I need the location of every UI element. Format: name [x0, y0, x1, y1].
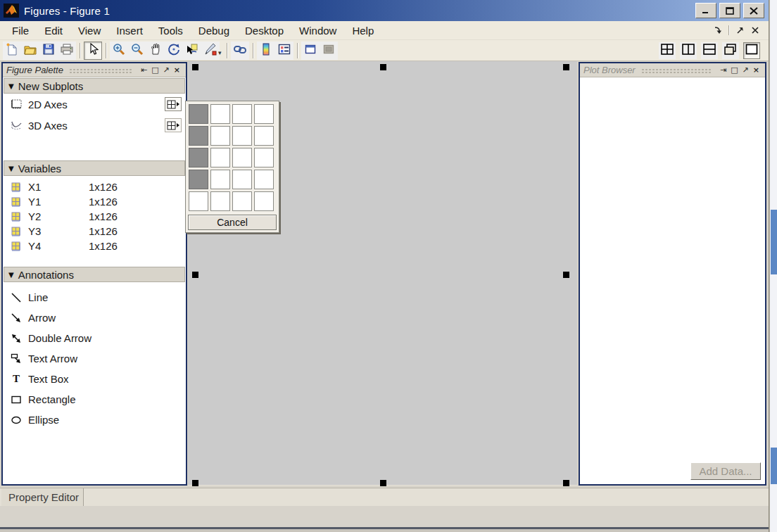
selection-handle-top-center[interactable]: [380, 64, 386, 70]
menu-file[interactable]: File: [4, 23, 37, 39]
grid-cell-r4c1[interactable]: [189, 170, 208, 189]
grid-cell-r3c2[interactable]: [210, 148, 230, 167]
annotation-item-text-box[interactable]: T Text Box: [3, 369, 186, 389]
save-button[interactable]: [39, 42, 58, 60]
grid-cell-r3c4[interactable]: [254, 148, 274, 167]
selection-handle-bottom-right[interactable]: [563, 480, 569, 486]
zoom-out-button[interactable]: [128, 42, 146, 60]
dock-left-icon[interactable]: ⇤: [139, 66, 149, 74]
layout-vertical-split-button[interactable]: [680, 42, 697, 59]
menu-insert[interactable]: Insert: [108, 23, 151, 39]
layout-horizontal-split-button[interactable]: [701, 42, 718, 59]
section-variables[interactable]: ▼ Variables: [4, 160, 185, 176]
layout-grid-button[interactable]: [659, 42, 676, 59]
undock-panel-icon[interactable]: ↗: [740, 66, 751, 74]
grid-cell-r4c2[interactable]: [210, 170, 230, 189]
3d-axes-grid-button[interactable]: [165, 118, 182, 132]
selection-handle-mid-left[interactable]: [192, 272, 198, 278]
grid-cell-r5c2[interactable]: [210, 191, 230, 211]
close-button[interactable]: [743, 3, 764, 18]
annotation-item-rectangle[interactable]: Rectangle: [3, 389, 186, 410]
annotation-item-line[interactable]: Line: [3, 287, 186, 308]
grid-cell-r1c3[interactable]: [232, 104, 252, 124]
close-panel-icon[interactable]: ×: [751, 66, 762, 74]
add-data-button[interactable]: Add Data...: [690, 462, 761, 480]
figure-palette-header[interactable]: Figure Palette ⇤ □ ↗ ×: [3, 63, 186, 77]
grid-cell-r4c4[interactable]: [254, 170, 274, 189]
grid-cell-r2c4[interactable]: [254, 126, 274, 146]
property-editor-tab[interactable]: Property Editor: [1, 488, 84, 507]
insert-legend-button[interactable]: [275, 42, 293, 60]
variable-row-y2[interactable]: Y2 1x126: [3, 209, 186, 224]
menu-edit[interactable]: Edit: [37, 23, 70, 39]
layout-cascade-button[interactable]: [722, 42, 739, 59]
new-figure-button[interactable]: [3, 42, 21, 60]
grid-cell-r5c3[interactable]: [232, 191, 252, 211]
selection-handle-top-left[interactable]: [192, 64, 198, 70]
annotation-item-double-arrow[interactable]: Double Arrow: [3, 328, 186, 348]
selection-handle-bottom-center[interactable]: [380, 480, 386, 486]
caret-down-icon[interactable]: ▾: [218, 49, 222, 56]
layout-single-button[interactable]: [743, 42, 760, 59]
maximize-panel-icon[interactable]: □: [728, 66, 740, 74]
undock-icon[interactable]: [735, 25, 745, 35]
show-plot-tools-button[interactable]: [320, 42, 338, 60]
titlebar[interactable]: Figures - Figure 1: [0, 0, 769, 21]
pan-button[interactable]: [146, 42, 165, 60]
hide-plot-tools-button[interactable]: [301, 42, 320, 60]
menu-tools[interactable]: Tools: [151, 23, 191, 39]
grid-cell-r5c4[interactable]: [254, 191, 274, 211]
variable-row-y1[interactable]: Y1 1x126: [3, 194, 186, 209]
menu-help[interactable]: Help: [344, 23, 381, 39]
grid-cell-r2c1[interactable]: [189, 126, 208, 146]
annotation-item-text-arrow[interactable]: Text Arrow: [3, 348, 186, 369]
grid-cell-r3c3[interactable]: [232, 148, 252, 167]
selection-handle-bottom-left[interactable]: [192, 480, 198, 486]
annotation-label: Rectangle: [28, 393, 76, 405]
grid-cell-r1c4[interactable]: [254, 104, 274, 124]
annotation-item-ellipse[interactable]: Ellipse: [3, 410, 186, 430]
dock-right-icon[interactable]: ⇥: [718, 66, 728, 74]
variable-size: 1x126: [89, 210, 118, 222]
section-new-subplots[interactable]: ▼ New Subplots: [4, 78, 185, 94]
maximize-panel-icon[interactable]: □: [149, 66, 160, 74]
undock-panel-icon[interactable]: ↗: [161, 66, 172, 74]
annotation-item-arrow[interactable]: Arrow: [3, 308, 186, 328]
menu-view[interactable]: View: [70, 23, 108, 39]
selection-handle-mid-right[interactable]: [563, 272, 569, 278]
variable-row-x1[interactable]: X1 1x126: [3, 179, 186, 194]
select-arrow-button[interactable]: [84, 42, 102, 60]
2d-axes-grid-button[interactable]: [165, 97, 182, 111]
grid-cell-r2c2[interactable]: [210, 126, 230, 146]
grid-cell-r4c3[interactable]: [232, 170, 252, 189]
data-cursor-button[interactable]: [183, 42, 201, 60]
close-panel-icon[interactable]: ×: [172, 66, 182, 74]
open-file-button[interactable]: [21, 42, 39, 60]
grid-cell-r2c3[interactable]: [232, 126, 252, 146]
subplot-item-2d-axes[interactable]: 2D Axes: [3, 94, 186, 115]
section-annotations[interactable]: ▼ Annotations: [4, 267, 185, 282]
cancel-button[interactable]: Cancel: [188, 215, 277, 230]
rotate-3d-button[interactable]: [165, 42, 183, 60]
maximize-button[interactable]: [719, 3, 740, 18]
grid-cell-r3c1[interactable]: [189, 148, 208, 167]
plot-browser-header[interactable]: Plot Browser ⇥ □ ↗ ×: [580, 63, 765, 77]
variable-row-y3[interactable]: Y3 1x126: [3, 224, 186, 239]
dock-figure-icon[interactable]: [713, 25, 723, 35]
grid-cell-r1c2[interactable]: [210, 104, 230, 124]
minimize-button[interactable]: [695, 3, 716, 18]
grid-cell-r5c1[interactable]: [189, 191, 208, 211]
insert-colorbar-button[interactable]: [257, 42, 275, 60]
subplot-item-3d-axes[interactable]: 3D Axes: [3, 115, 186, 136]
print-button[interactable]: [58, 42, 76, 60]
menu-debug[interactable]: Debug: [191, 23, 237, 39]
variable-row-y4[interactable]: Y4 1x126: [3, 239, 186, 253]
close-figure-icon[interactable]: [750, 25, 760, 35]
brush-button[interactable]: [201, 42, 220, 60]
selection-handle-top-right[interactable]: [563, 64, 569, 70]
grid-cell-r1c1[interactable]: [189, 104, 208, 124]
menu-window[interactable]: Window: [291, 23, 344, 39]
link-plot-button[interactable]: [231, 42, 249, 60]
zoom-in-button[interactable]: [110, 42, 128, 60]
menu-desktop[interactable]: Desktop: [237, 23, 291, 39]
